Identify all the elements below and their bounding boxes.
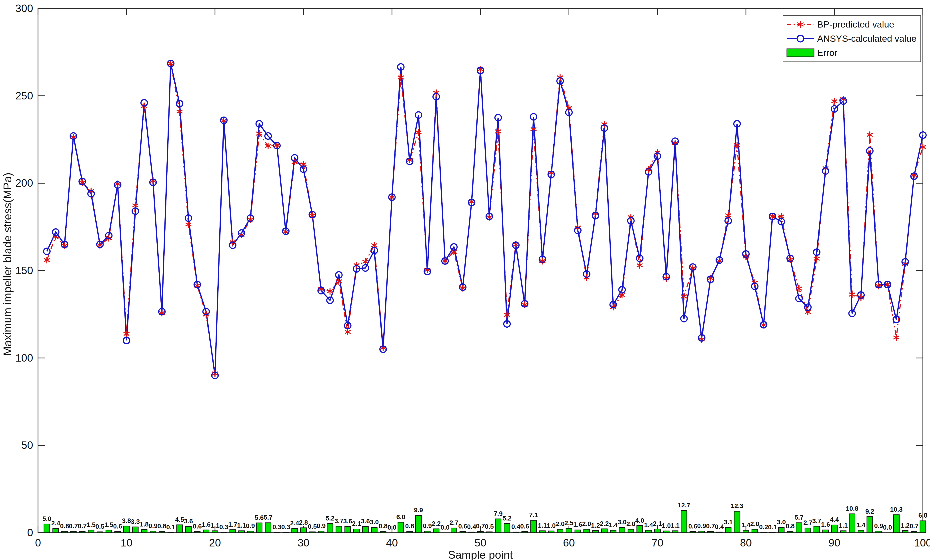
error-bar <box>336 526 342 533</box>
error-bar-label: 2.2 <box>432 520 441 527</box>
error-bar <box>53 528 59 533</box>
y-tick-label: 100 <box>15 352 33 364</box>
asterisk-marker <box>44 257 50 264</box>
error-swatch-icon <box>786 47 815 58</box>
error-bar <box>513 532 519 533</box>
error-bar <box>406 531 413 533</box>
error-bar <box>212 531 218 533</box>
error-bar <box>168 532 174 533</box>
error-bar-label: 1.1 <box>839 522 848 529</box>
asterisk-marker <box>504 311 510 318</box>
asterisk-marker <box>123 330 129 337</box>
error-bar-label: 1.4 <box>609 522 617 528</box>
error-bar <box>814 526 819 533</box>
asterisk-marker <box>425 267 430 273</box>
asterisk-marker <box>416 129 421 136</box>
error-bar <box>593 531 599 533</box>
error-bar-label: 0.6 <box>193 523 202 530</box>
error-bar <box>796 523 802 533</box>
error-bar <box>71 531 76 533</box>
asterisk-marker <box>150 177 156 184</box>
error-bar <box>425 531 430 533</box>
error-bar <box>487 532 492 533</box>
error-bar <box>734 511 740 533</box>
error-bar-label: 0.5 <box>485 523 494 530</box>
error-bar <box>177 525 182 533</box>
error-bar <box>849 514 855 533</box>
error-bar <box>522 532 528 533</box>
x-tick-label: 30 <box>297 537 309 549</box>
error-bar-label: 2.7 <box>803 519 812 526</box>
error-bar <box>911 531 917 533</box>
error-bar <box>239 531 245 533</box>
error-bar-label: 0.3 <box>219 523 228 531</box>
error-bar <box>97 532 103 533</box>
x-tick-label: 40 <box>386 537 398 549</box>
error-bar-label: 0.8 <box>157 523 166 529</box>
error-bar-label: 0.9 <box>317 522 326 529</box>
error-bar <box>628 529 634 533</box>
error-bar-label: 5.2 <box>326 515 334 522</box>
error-bar <box>743 530 749 533</box>
error-bar-label: 7.9 <box>494 510 502 517</box>
error-bar <box>708 531 713 533</box>
error-bar <box>902 531 908 533</box>
error-bar <box>893 515 899 533</box>
error-bar <box>841 531 846 533</box>
y-tick-label: 50 <box>22 439 33 451</box>
error-bar <box>557 529 563 533</box>
error-bar <box>141 529 147 533</box>
error-bar-label: 1.0 <box>662 522 671 529</box>
error-bar-label: 3.0 <box>777 519 786 526</box>
error-bar-label: 2.0 <box>582 520 591 527</box>
asterisk-marker <box>893 334 899 341</box>
error-bar <box>221 532 227 533</box>
error-bar <box>761 532 767 533</box>
error-bar <box>132 527 138 533</box>
error-bar-label: 6.0 <box>396 513 405 520</box>
error-bar-label: 0.7 <box>476 523 485 529</box>
error-bar-label: 1.2 <box>591 522 600 529</box>
plot-canvas: 0102030405060708090100050100150200250300… <box>0 0 930 560</box>
error-bar-label: 1.8 <box>140 521 149 528</box>
error-bar-label: 2.0 <box>750 520 759 527</box>
error-bar-label: 1.6 <box>573 521 582 528</box>
error-bar-label: 2.2 <box>600 520 609 527</box>
asterisk-marker <box>867 131 873 138</box>
error-bar-label: 3.6 <box>361 518 370 525</box>
error-bar-label: 12.3 <box>731 502 743 509</box>
error-bar <box>548 531 554 533</box>
error-bar <box>265 523 271 533</box>
error-bar-label: 0.7 <box>69 523 78 529</box>
error-bar-label: 0.9 <box>874 522 883 529</box>
error-bar-label: 4.5 <box>175 516 184 523</box>
error-bar-label: 0.8 <box>786 523 795 529</box>
error-bar-label: 5.7 <box>795 514 803 521</box>
error-bar <box>186 526 191 533</box>
error-bar-label: 5.0 <box>42 515 51 522</box>
error-bar <box>770 532 775 533</box>
error-bar-label: 10.3 <box>890 506 902 513</box>
error-bar <box>672 531 678 533</box>
error-bar-label: 3.7 <box>334 517 343 525</box>
y-axis-title: Maximum impeller blade stress(MPa) <box>1 172 14 356</box>
error-bar-label: 3.0 <box>617 519 627 526</box>
error-bar <box>451 528 457 533</box>
error-bar <box>725 527 731 533</box>
error-bar-label: 2.7 <box>449 519 458 526</box>
error-bar <box>584 529 590 533</box>
error-bar-label: 1.5 <box>87 521 95 528</box>
error-bar <box>531 520 536 533</box>
error-bar <box>433 529 439 533</box>
asterisk-marker <box>876 283 882 290</box>
error-bar <box>398 522 404 533</box>
error-bar-label: 12.7 <box>678 502 690 509</box>
asterisk-marker <box>186 221 191 228</box>
error-bar <box>699 531 705 533</box>
error-bar <box>345 526 351 533</box>
error-bar-label: 10.8 <box>846 505 858 512</box>
error-bar <box>867 517 873 533</box>
error-bar <box>354 529 360 533</box>
legend-row-error: Error <box>786 46 916 59</box>
error-bar-label: 2.8 <box>299 519 308 526</box>
